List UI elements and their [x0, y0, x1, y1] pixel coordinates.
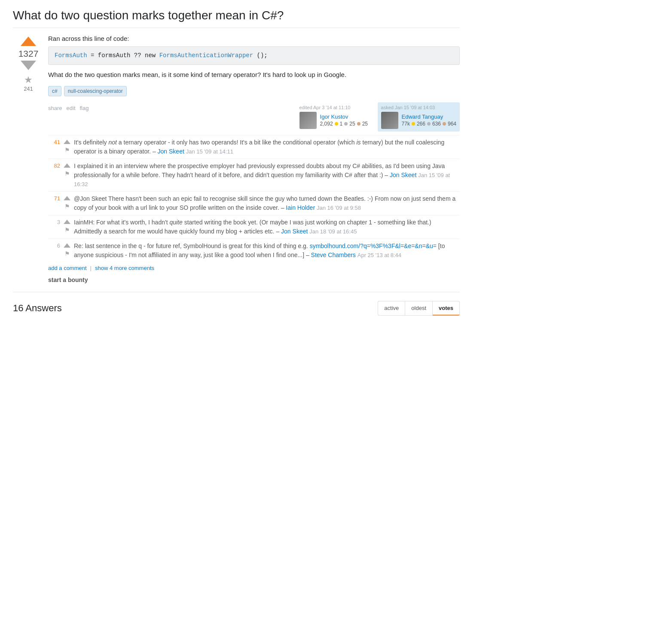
- edward-username[interactable]: Edward Tanguay: [402, 113, 456, 120]
- comment-row: 82 ⚑ I explained it in an interview wher…: [48, 159, 460, 191]
- vote-column: 1327 ★ 241: [13, 35, 44, 283]
- comment-text-4: IainMH: For what it's worth, I hadn't qu…: [74, 218, 460, 236]
- favorite-count: 241: [24, 86, 33, 92]
- question-intro: Ran across this line of code:: [48, 35, 460, 42]
- comments-section: 41 ⚑ It's definitely not a ternary opera…: [48, 135, 460, 271]
- favorite-button[interactable]: ★: [24, 75, 33, 85]
- comment-flag-5[interactable]: ⚑: [64, 249, 70, 258]
- comment-upvote-2[interactable]: [64, 163, 70, 168]
- comment-row: 3 ⚑ IainMH: For what it's worth, I hadn'…: [48, 215, 460, 239]
- edward-rep: 77k 266 636 964: [402, 121, 456, 127]
- comment-text-3: @Jon Skeet There hasn't been such an epi…: [74, 194, 460, 212]
- asked-card: asked Jan 15 '09 at 14:03 Edward Tanguay…: [378, 102, 460, 132]
- code-keyword-formsauth: FormsAuth: [55, 52, 87, 59]
- comment-score-3[interactable]: 71: [48, 194, 60, 203]
- share-link[interactable]: share: [48, 105, 62, 111]
- action-links: share edit flag: [48, 102, 89, 111]
- igor-rep: 2,092 1 25 25: [320, 121, 368, 127]
- code-block: FormsAuth = formsAuth ?? new FormsAuthen…: [48, 46, 460, 65]
- sort-active-button[interactable]: active: [378, 301, 405, 316]
- section-divider: [13, 292, 460, 292]
- comment-upvote-4[interactable]: [64, 220, 70, 224]
- show-more-comments-link[interactable]: show 4 more comments: [95, 265, 154, 271]
- comment-score-2[interactable]: 82: [48, 162, 60, 170]
- edward-avatar: [381, 112, 398, 129]
- add-comment-link[interactable]: add a comment: [48, 265, 87, 271]
- bounty-section: start a bounty: [48, 276, 460, 283]
- igor-avatar: [299, 112, 317, 129]
- vote-down-button[interactable]: [21, 61, 36, 70]
- edit-link[interactable]: edit: [67, 105, 76, 111]
- tag-csharp[interactable]: c#: [48, 86, 61, 96]
- edited-label: edited Apr 3 '14 at 11:10: [299, 105, 370, 110]
- comment-user-1[interactable]: Jon Skeet: [158, 148, 184, 155]
- sort-votes-button[interactable]: votes: [432, 301, 460, 316]
- start-bounty-link[interactable]: start a bounty: [48, 276, 88, 283]
- comment-upvote-1[interactable]: [64, 140, 70, 144]
- comment-text-5: Re: last sentence in the q - for future …: [74, 242, 460, 260]
- comment-date-3: Jan 16 '09 at 9:58: [317, 205, 361, 211]
- comment-flag-2[interactable]: ⚑: [64, 169, 70, 178]
- edward-bronze-dot: [443, 122, 446, 126]
- comment-score-4[interactable]: 3: [48, 218, 60, 227]
- tags-row: c# null-coalescing-operator: [48, 86, 460, 96]
- answers-sort: active oldest votes: [378, 301, 460, 316]
- vote-count: 1327: [18, 49, 39, 59]
- igor-gold-dot: [335, 122, 338, 126]
- question-container: 1327 ★ 241 Ran across this line of code:…: [13, 35, 460, 283]
- igor-silver-dot: [344, 122, 348, 126]
- comment-pipe: |: [90, 265, 92, 271]
- igor-username[interactable]: Igor Kustov: [320, 113, 368, 120]
- edward-silver-dot: [427, 122, 431, 126]
- comment-user-3[interactable]: Iain Holder: [286, 204, 315, 211]
- comment-actions: add a comment | show 4 more comments: [48, 265, 460, 271]
- question-body-text: What do the two question marks mean, is …: [48, 70, 460, 80]
- answers-title: 16 Answers: [13, 303, 62, 314]
- answers-header: 16 Answers active oldest votes: [13, 301, 460, 316]
- sort-oldest-button[interactable]: oldest: [405, 301, 432, 316]
- comment-score-5[interactable]: 6: [48, 242, 60, 250]
- comment-row: 41 ⚑ It's definitely not a ternary opera…: [48, 135, 460, 159]
- comment-upvote-5[interactable]: [64, 243, 70, 248]
- edward-gold-dot: [412, 122, 415, 126]
- comment-flag-4[interactable]: ⚑: [64, 226, 70, 235]
- comment-date-1: Jan 15 '09 at 14:11: [186, 148, 233, 155]
- comment-flag-3[interactable]: ⚑: [64, 202, 70, 211]
- comment-upvote-3[interactable]: [64, 196, 70, 200]
- page-title: What do two question marks together mean…: [13, 9, 460, 28]
- code-keyword-wrapper: FormsAuthenticationWrapper: [159, 52, 253, 59]
- flag-link[interactable]: flag: [80, 105, 89, 111]
- comment-date-5: Apr 25 '13 at 8:44: [358, 252, 401, 258]
- user-cards: edited Apr 3 '14 at 11:10 Igor Kustov 2,…: [296, 102, 460, 132]
- comment-row: 6 ⚑ Re: last sentence in the q - for fut…: [48, 239, 460, 262]
- asked-label: asked Jan 15 '09 at 14:03: [381, 105, 456, 110]
- tag-null-coalescing[interactable]: null-coalescing-operator: [64, 86, 127, 96]
- comment-text-1: It's definitely not a ternary operator -…: [74, 138, 460, 156]
- igor-bronze-dot: [357, 122, 361, 126]
- comment-user-2[interactable]: Jon Skeet: [390, 172, 416, 178]
- comment-user-4[interactable]: Jon Skeet: [281, 228, 308, 235]
- comment-date-4: Jan 18 '09 at 16:45: [309, 228, 357, 235]
- comment-user-5[interactable]: Steve Chambers: [311, 251, 356, 258]
- symbolhound-link[interactable]: symbolhound.com/?q=%3F%3F&l=&e=&n=&u=: [310, 242, 437, 249]
- vote-up-button[interactable]: [21, 37, 36, 46]
- question-footer: share edit flag edited Apr 3 '14 at 11:1…: [48, 102, 460, 132]
- comment-score-1[interactable]: 41: [48, 138, 60, 147]
- comment-text-2: I explained it in an interview where the…: [74, 162, 460, 189]
- comment-flag-1[interactable]: ⚑: [64, 146, 70, 155]
- question-body: Ran across this line of code: FormsAuth …: [44, 35, 460, 283]
- comment-row: 71 ⚑ @Jon Skeet There hasn't been such a…: [48, 191, 460, 215]
- edited-card: edited Apr 3 '14 at 11:10 Igor Kustov 2,…: [296, 102, 373, 132]
